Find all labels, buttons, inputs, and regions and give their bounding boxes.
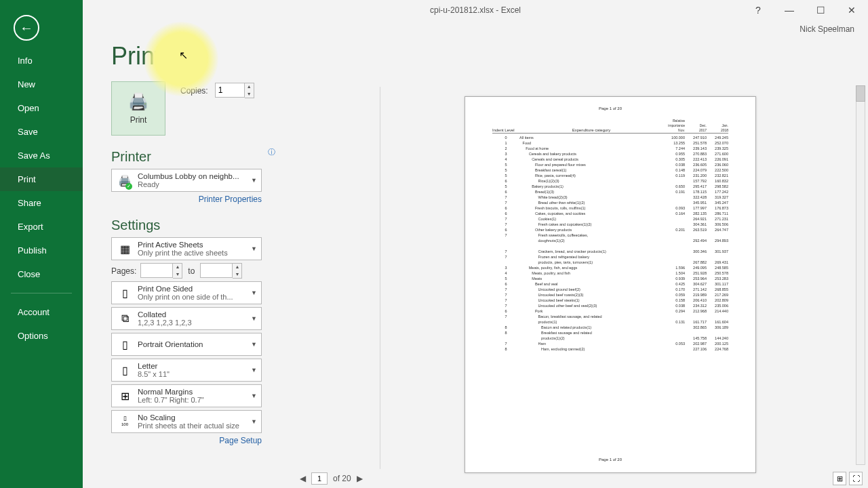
page-count-label: of 20 [333,474,351,483]
chevron-down-icon: ▼ [247,289,257,296]
print-button[interactable]: 🖨️ Print [111,81,165,136]
minimize-button[interactable]: — [780,3,799,18]
sidebar-item-print[interactable]: Print [0,167,83,191]
window-title: cpi-u-201812.xlsx - Excel [430,5,521,15]
copies-label: Copies: [180,86,208,96]
sides-selector[interactable]: ▯ Print One Sided Only print on one side… [111,281,262,304]
collation-selector[interactable]: ⧉ Collated 1,2,3 1,2,3 1,2,3 ▼ [111,307,262,330]
scaling-icon: ▯100 [116,413,134,430]
paper-size-selector[interactable]: ▯ Letter 8.5" x 11" ▼ [111,359,262,382]
preview-page-label-bottom: Page 1 of 20 [465,458,755,462]
preview-data-row: 7 Uncooked beef steaks(1)0.158206.410202… [492,298,728,303]
pages-to-input[interactable] [200,263,233,278]
scaling-label: No Scaling [138,413,247,422]
printer-properties-link[interactable]: Printer Properties [111,195,262,204]
user-name: Nick Speelman [800,24,854,34]
status-ok-icon: ✓ [125,183,132,190]
preview-data-row: 7 Frozen and refrigerated bakery——— [492,254,728,260]
close-button[interactable]: ✕ [842,3,861,18]
arrow-left-icon: ← [20,20,33,36]
page-icon: ▯ [116,284,134,302]
preview-data-row: products, pies, tarts, turnovers(1)—267.… [492,260,728,265]
pages-from-spinner[interactable]: ▲▼ [173,263,182,279]
preview-data-row: 5 Flour and prepared flour mixes0.038236… [492,162,728,167]
preview-scrollbar[interactable] [856,85,867,465]
print-what-desc: Only print the active sheets [138,249,247,257]
collation-label: Collated [138,310,247,319]
margins-selector[interactable]: ⊞ Normal Margins Left: 0.7" Right: 0.7" … [111,384,262,407]
sidebar-item-close[interactable]: Close [0,262,83,286]
collation-desc: 1,2,3 1,2,3 1,2,3 [138,319,247,327]
preview-data-row: 6 Beef and veal0.425304.627301.117 [492,281,728,287]
sidebar-item-publish[interactable]: Publish [0,239,83,262]
preview-data-row: 2 Food at home7.244239.143239.325 [492,146,728,151]
preview-data-row: 6 Fresh biscuits, rolls, muffins(1)0.093… [492,205,728,211]
vertical-divider [380,87,380,469]
prev-page-button[interactable]: ◀ [300,474,306,483]
printer-device-icon: 🖨️✓ [116,171,134,189]
page-setup-link[interactable]: Page Setup [111,436,262,445]
preview-data-row: 6 Rice(1)(2)(3)—157.792160.832 [492,178,728,184]
margins-icon: ⊞ [116,387,134,405]
printer-status-text: Ready [138,180,247,188]
next-page-button[interactable]: ▶ [357,474,363,483]
sidebar-item-save[interactable]: Save [0,120,83,144]
preview-data-row: 7 Bacon, breakfast sausage, and related—… [492,314,728,319]
chevron-down-icon: ▼ [247,418,257,425]
help-button[interactable]: ? [749,3,768,18]
sidebar-item-info[interactable]: Info [0,49,83,73]
print-preview: Page 1 of 20 RelativeimportanceDec.Jan.I… [407,88,814,481]
preview-data-row: 7 Uncooked beef roasts(2)(3)0.059219.989… [492,292,728,298]
sidebar-item-save-as[interactable]: Save As [0,144,83,167]
pages-to-label: to [186,266,196,276]
preview-data-row: 6 Cakes, cupcakes, and cookies0.164282.1… [492,211,728,216]
sides-desc: Only print on one side of th... [138,293,247,301]
scaling-desc: Print sheets at their actual size [138,422,247,430]
maximize-button[interactable]: ☐ [811,3,830,18]
printer-name: Columbus Lobby on neighb... [138,172,247,180]
preview-data-row: 6 Bread(1)(3)0.191178.115177.242 [492,189,728,195]
printer-selector[interactable]: 🖨️✓ Columbus Lobby on neighb... Ready ▼ [111,169,262,192]
sidebar-separator [11,293,72,293]
copies-input[interactable] [215,83,245,98]
preview-data-row: 7 Crackers, bread, and cracker products(… [492,249,728,254]
preview-data-row: 5 Bakery products(1)0.650295.417298.582 [492,184,728,189]
print-what-selector[interactable]: ▦ Print Active Sheets Only print the act… [111,237,262,260]
preview-data-row: 8 Breakfast sausage and related——— [492,330,728,336]
sidebar-item-open[interactable]: Open [0,96,83,120]
pages-from-input[interactable] [140,263,173,278]
sidebar-item-account[interactable]: Account [0,300,83,324]
sidebar-item-options[interactable]: Options [0,324,83,348]
preview-page: Page 1 of 20 RelativeimportanceDec.Jan.I… [465,96,756,473]
orientation-selector[interactable]: ▯ Portrait Orientation ▼ [111,333,262,356]
sidebar-item-new[interactable]: New [0,73,83,96]
preview-data-row: 4 Meats, poultry, and fish1.504251.92825… [492,270,728,276]
info-icon[interactable]: ⓘ [268,147,275,157]
sidebar-item-export[interactable]: Export [0,215,83,239]
pages-to-spinner[interactable]: ▲▼ [233,263,242,279]
zoom-to-page-button[interactable]: ⛶ [849,472,863,485]
copies-spinner[interactable]: ▲▼ [245,83,254,98]
preview-data-row: products(1)0.131161.717161.604 [492,319,728,325]
sides-label: Print One Sided [138,285,247,293]
title-bar: cpi-u-201812.xlsx - Excel ? — ☐ ✕ [83,0,868,20]
preview-data-row: 7 Uncooked other beef and veal(2)(3)0.03… [492,303,728,308]
chevron-down-icon: ▼ [247,315,257,322]
sidebar-item-share[interactable]: Share [0,191,83,215]
scaling-selector[interactable]: ▯100 No Scaling Print sheets at their ac… [111,410,262,433]
preview-data-row: 3 Meats, poultry, fish, and eggs1.596249… [492,265,728,270]
preview-data-row: 3 Cereals and bakery products0.955270.88… [492,151,728,157]
show-margins-button[interactable]: ⊞ [833,472,846,485]
margins-label: Normal Margins [138,388,247,396]
preview-data-row: 5 Meats0.939253.964253.283 [492,276,728,281]
preview-data-row: 7 White bread(2)(3)—322.428319.327 [492,195,728,200]
preview-data-row: doughnuts(1)(2)—292.494294.893 [492,238,728,243]
preview-data-row: 6 Other bakery products0.201263.519264.7… [492,227,728,232]
preview-data-row: 7 Uncooked ground beef(2)0.170271.142268… [492,287,728,292]
backstage-main: ↖ Print 🖨️ Print Copies: ▲▼ Printer ⓘ 🖨️… [83,38,868,488]
preview-data-row: 7 Cookies(1)—264.921271.231 [492,216,728,222]
back-button[interactable]: ← [14,15,39,41]
preview-data-row: 5 Rice, pasta, cornmeal(4)0.119231.20023… [492,173,728,178]
page-number-input[interactable] [311,472,328,485]
sheets-icon: ▦ [116,240,134,258]
